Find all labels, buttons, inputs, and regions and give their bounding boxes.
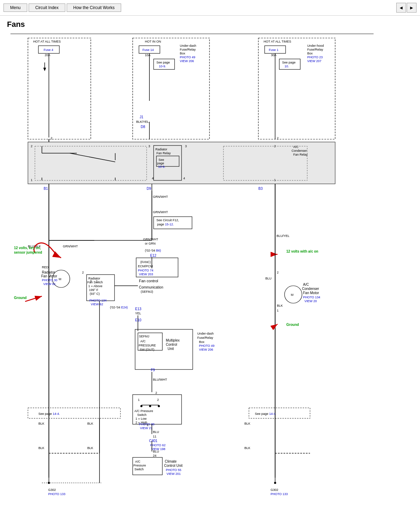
svg-text:Under-dash: Under-dash xyxy=(197,332,214,335)
svg-marker-10 xyxy=(43,68,46,71)
svg-text:See page 14-4.: See page 14-4. xyxy=(255,412,277,416)
svg-text:G302: G302 xyxy=(271,488,278,492)
svg-text:VIEW 201: VIEW 201 xyxy=(167,472,181,476)
svg-text:A/C: A/C xyxy=(293,145,299,149)
svg-text:12 volts, key on,: 12 volts, key on, xyxy=(14,246,41,250)
diagram-area: HOT AT ALL TIMES Fuse 4 20A 2 HOT IN ON … xyxy=(0,31,420,506)
svg-text:Under-hood: Under-hood xyxy=(307,44,324,47)
svg-text:G302: G302 xyxy=(48,488,56,492)
svg-text:GRN/WHT: GRN/WHT xyxy=(153,210,168,214)
svg-text:BLK: BLK xyxy=(87,422,93,425)
svg-text:Fan Motor: Fan Motor xyxy=(41,274,57,278)
wiring-diagram: HOT AT ALL TIMES Fuse 4 20A 2 HOT IN ON … xyxy=(7,31,377,499)
svg-text:Box: Box xyxy=(180,52,185,55)
svg-text:A/C: A/C xyxy=(135,460,141,463)
svg-text:See page: See page xyxy=(156,61,170,64)
svg-text:page: page xyxy=(157,162,164,165)
svg-text:Box: Box xyxy=(199,340,205,344)
svg-text:See page: See page xyxy=(282,61,296,64)
nav-arrows: ◄ ► xyxy=(396,3,417,13)
svg-text:E10: E10 xyxy=(135,318,141,322)
svg-text:E12: E12 xyxy=(150,254,156,257)
svg-text:BLK: BLK xyxy=(87,446,93,450)
svg-text:10-9.: 10-9. xyxy=(158,165,165,169)
svg-text:Fan Switch: Fan Switch xyxy=(87,281,103,284)
svg-text:BLU: BLU xyxy=(153,450,159,453)
svg-text:199° F: 199° F xyxy=(89,288,98,292)
svg-text:VIEW 61: VIEW 61 xyxy=(43,282,56,286)
svg-text:Communication: Communication xyxy=(139,285,163,289)
svg-point-153 xyxy=(158,405,160,407)
svg-text:GRN/WHT: GRN/WHT xyxy=(63,245,78,248)
svg-text:BLK: BLK xyxy=(244,422,250,425)
svg-text:or GRN: or GRN xyxy=(145,242,156,245)
svg-text:PHOTO 23: PHOTO 23 xyxy=(307,55,323,59)
svg-text:Fuse 14: Fuse 14 xyxy=(142,48,154,52)
svg-text:Unit: Unit xyxy=(168,347,174,351)
svg-text:Fan control: Fan control xyxy=(139,279,158,283)
svg-text:HOT AT ALL TIMES: HOT AT ALL TIMES xyxy=(264,40,291,43)
next-button[interactable]: ► xyxy=(407,3,417,13)
svg-text:Control: Control xyxy=(166,343,177,346)
svg-text:Condenser: Condenser xyxy=(292,149,307,152)
svg-text:page 15-12.: page 15-12. xyxy=(157,223,174,226)
svg-text:HOT AT ALL TIMES: HOT AT ALL TIMES xyxy=(33,40,61,43)
svg-text:2: 2 xyxy=(157,398,159,402)
toolbar: Menu Circuit Index How the Circuit Works… xyxy=(0,0,420,16)
svg-text:Multiplex: Multiplex xyxy=(166,338,179,342)
svg-text:BLU/YEL: BLU/YEL xyxy=(277,234,289,238)
menu-button[interactable]: Menu xyxy=(3,3,27,12)
page-title: Fans xyxy=(0,16,420,31)
svg-text:10-9.: 10-9. xyxy=(159,65,166,68)
svg-text:HOT IN ON: HOT IN ON xyxy=(145,40,161,43)
svg-text:ECM/PCM: ECM/PCM xyxy=(138,264,153,268)
svg-text:BLU: BLU xyxy=(153,430,159,434)
svg-text:RED: RED xyxy=(42,266,49,269)
svg-text:VIEW 20: VIEW 20 xyxy=(304,299,317,303)
svg-text:Ground: Ground xyxy=(286,323,299,327)
svg-text:F9: F9 xyxy=(151,368,155,372)
svg-text:See page 14-4.: See page 14-4. xyxy=(38,412,60,416)
svg-text:D8: D8 xyxy=(141,125,145,129)
svg-text:Control Unit: Control Unit xyxy=(164,464,183,468)
svg-text:PHOTO 55: PHOTO 55 xyxy=(166,468,181,472)
svg-text:PHOTO 49: PHOTO 49 xyxy=(199,344,214,348)
svg-text:PHOTO 134: PHOTO 134 xyxy=(303,296,320,299)
svg-text:2: 2 xyxy=(31,144,32,148)
prev-button[interactable]: ◄ xyxy=(396,3,406,13)
svg-text:B3: B3 xyxy=(258,187,263,190)
svg-text:YEL: YEL xyxy=(135,312,141,315)
how-circuit-works-button[interactable]: How the Circuit Works xyxy=(67,3,121,12)
svg-text:PRESSURE: PRESSURE xyxy=(139,344,156,347)
svg-text:20A: 20A xyxy=(45,53,50,57)
svg-text:M: M xyxy=(291,293,294,297)
svg-text:Condenser: Condenser xyxy=(302,287,319,291)
svg-text:(93° C): (93° C) xyxy=(90,292,100,296)
svg-text:1: 1 xyxy=(274,178,276,182)
svg-text:Radiator: Radiator xyxy=(155,148,167,151)
svg-text:3: 3 xyxy=(185,144,187,148)
svg-text:1 = Above: 1 = Above xyxy=(88,284,102,288)
svg-text:BLK: BLK xyxy=(38,446,44,450)
svg-text:Fuse 4: Fuse 4 xyxy=(44,48,53,52)
svg-text:B1: B1 xyxy=(44,187,48,190)
svg-text:(FANC): (FANC) xyxy=(140,260,151,264)
svg-text:See: See xyxy=(159,158,164,162)
svg-text:SW (OUT): SW (OUT) xyxy=(140,348,154,351)
svg-text:Radiator: Radiator xyxy=(42,270,55,274)
svg-text:A/C: A/C xyxy=(140,339,146,343)
svg-text:Switch: Switch xyxy=(137,413,147,417)
svg-text:Fuse/Relay: Fuse/Relay xyxy=(307,48,323,51)
svg-text:C401: C401 xyxy=(149,439,157,443)
svg-text:1: 1 xyxy=(277,309,279,312)
svg-text:1: 1 xyxy=(138,398,140,402)
svg-text:Fuse/Relay: Fuse/Relay xyxy=(180,48,196,51)
svg-text:BLU/WHT: BLU/WHT xyxy=(153,378,167,381)
svg-text:BLU: BLU xyxy=(265,277,272,280)
circuit-index-button[interactable]: Circuit Index xyxy=(29,3,65,12)
svg-text:4: 4 xyxy=(152,177,154,180)
svg-text:VIEW 21: VIEW 21 xyxy=(140,426,153,430)
svg-text:Fuse/Relay: Fuse/Relay xyxy=(197,336,213,339)
svg-text:10.: 10. xyxy=(285,65,289,68)
svg-text:SEFMJ: SEFMJ xyxy=(139,335,149,338)
